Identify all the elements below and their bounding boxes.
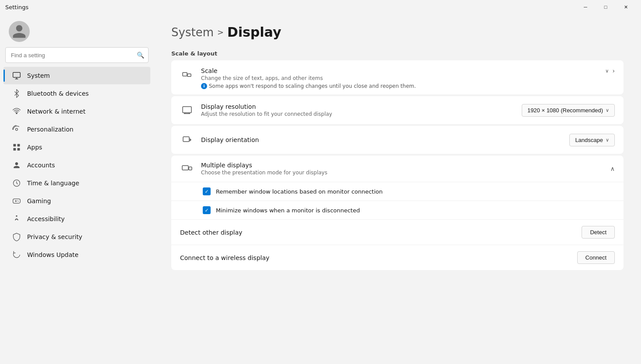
detect-button[interactable]: Detect [582,226,615,239]
avatar [9,21,30,42]
sidebar-item-privacy-label: Privacy & security [27,233,82,240]
connect-button[interactable]: Connect [577,251,615,264]
scale-icon [180,68,194,82]
sidebar-item-personalization[interactable]: Personalization [3,121,150,138]
connect-label: Connect to a wireless display [180,254,577,261]
title-bar: Settings ─ □ ✕ [0,0,641,14]
scale-chevron-right: › [612,67,615,74]
user-section [0,14,154,47]
sidebar-nav: System Bluetooth & devices Network & int… [0,66,154,264]
title-bar-left: Settings [5,4,28,10]
svg-rect-11 [187,74,191,76]
breadcrumb-current: Display [227,24,281,40]
sidebar-item-system[interactable]: System [3,67,150,84]
multiple-displays-control: ∧ [610,165,615,172]
sidebar-item-network[interactable]: Network & internet [3,103,150,120]
sidebar-item-accessibility[interactable]: Accessibility [3,210,150,228]
svg-rect-14 [182,166,188,170]
sidebar: 🔍 System Bluetooth & devices Network [0,14,154,364]
resolution-control: 1920 × 1080 (Recommended) ∨ [522,104,615,117]
orientation-control: Landscape ∨ [569,134,615,146]
svg-rect-10 [183,73,187,76]
svg-point-9 [16,215,17,217]
sidebar-item-accounts[interactable]: Accounts [3,156,150,174]
orientation-dropdown[interactable]: Landscape ∨ [569,134,615,146]
minimize-button[interactable]: ─ [575,0,596,14]
maximize-button[interactable]: □ [596,0,616,14]
scale-note: i Some apps won't respond to scaling cha… [201,83,598,89]
user-icon [11,24,27,39]
search-input[interactable] [5,47,149,63]
breadcrumb: System > Display [171,24,624,40]
main-content: System > Display Scale & layout Scale Ch… [154,14,641,364]
multiple-displays-card: Multiple displays Choose the presentatio… [171,156,624,270]
system-icon [12,71,21,80]
resolution-desc: Adjust the resolution to fit your connec… [201,111,515,117]
svg-rect-6 [17,148,20,151]
time-icon [12,179,21,187]
sidebar-item-apps-label: Apps [27,144,42,151]
svg-rect-15 [189,167,192,170]
scale-desc: Change the size of text, apps, and other… [201,75,598,81]
orientation-chevron: ∨ [606,137,609,143]
scale-title: Scale [201,67,598,74]
sidebar-item-time-label: Time & language [27,180,79,187]
multiple-displays-desc: Choose the presentation mode for your di… [201,170,603,176]
svg-point-2 [16,128,18,131]
multiple-displays-body: ✓ Remember window locations based on mon… [171,182,624,270]
scale-row[interactable]: Scale Change the size of text, apps, and… [171,60,624,94]
multiple-displays-chevron-up: ∧ [610,165,615,172]
section-label: Scale & layout [171,50,624,57]
app-container: 🔍 System Bluetooth & devices Network [0,14,641,364]
sidebar-item-bluetooth[interactable]: Bluetooth & devices [3,85,150,102]
checkbox-minimize-label: Minimize windows when a monitor is disco… [216,207,360,214]
breadcrumb-separator: > [217,28,224,37]
detect-label: Detect other display [180,229,582,236]
multiple-displays-title: Multiple displays [201,162,603,169]
sidebar-item-privacy[interactable]: Privacy & security [3,228,150,246]
svg-rect-13 [183,137,189,142]
title-bar-controls: ─ □ ✕ [575,0,636,14]
resolution-title: Display resolution [201,103,515,110]
sidebar-item-accessibility-label: Accessibility [27,215,65,222]
scale-control: ∨ › [605,67,615,74]
sidebar-item-gaming-label: Gaming [27,198,51,205]
checkbox-row-1: ✓ Remember window locations based on mon… [171,182,624,201]
sidebar-item-bluetooth-label: Bluetooth & devices [27,90,89,97]
orientation-text: Display orientation [201,136,562,143]
multiple-displays-icon [180,162,194,176]
orientation-row[interactable]: Display orientation Landscape ∨ [171,126,624,154]
multiple-displays-text: Multiple displays Choose the presentatio… [201,162,603,176]
info-icon: i [201,83,207,89]
svg-rect-5 [14,148,16,151]
orientation-value: Landscape [575,137,603,143]
svg-rect-12 [183,107,191,113]
accounts-icon [12,161,21,170]
detect-row: Detect other display Detect [171,220,624,245]
sidebar-item-gaming[interactable]: Gaming [3,192,150,210]
accessibility-icon [12,215,21,223]
sidebar-item-apps[interactable]: Apps [3,139,150,156]
sidebar-item-system-label: System [27,72,50,79]
scale-text: Scale Change the size of text, apps, and… [201,67,598,89]
multiple-displays-header[interactable]: Multiple displays Choose the presentatio… [171,156,624,182]
sidebar-item-time[interactable]: Time & language [3,174,150,192]
gaming-icon [12,197,21,205]
checkbox-remember[interactable]: ✓ [203,187,211,195]
bluetooth-icon [12,89,21,98]
resolution-card: Display resolution Adjust the resolution… [171,96,624,124]
resolution-row[interactable]: Display resolution Adjust the resolution… [171,96,624,124]
resolution-value: 1920 × 1080 (Recommended) [527,107,603,114]
resolution-dropdown[interactable]: 1920 × 1080 (Recommended) ∨ [522,104,615,117]
breadcrumb-parent[interactable]: System [171,26,214,39]
sidebar-item-update[interactable]: Windows Update [3,246,150,263]
sidebar-item-update-label: Windows Update [27,251,79,258]
scale-note-text: Some apps won't respond to scaling chang… [209,83,416,89]
svg-point-1 [16,113,17,114]
scale-card: Scale Change the size of text, apps, and… [171,60,624,94]
orientation-title: Display orientation [201,136,562,143]
checkbox-minimize[interactable]: ✓ [203,206,211,214]
connect-row: Connect to a wireless display Connect [171,245,624,270]
close-button[interactable]: ✕ [616,0,636,14]
resolution-text: Display resolution Adjust the resolution… [201,103,515,117]
